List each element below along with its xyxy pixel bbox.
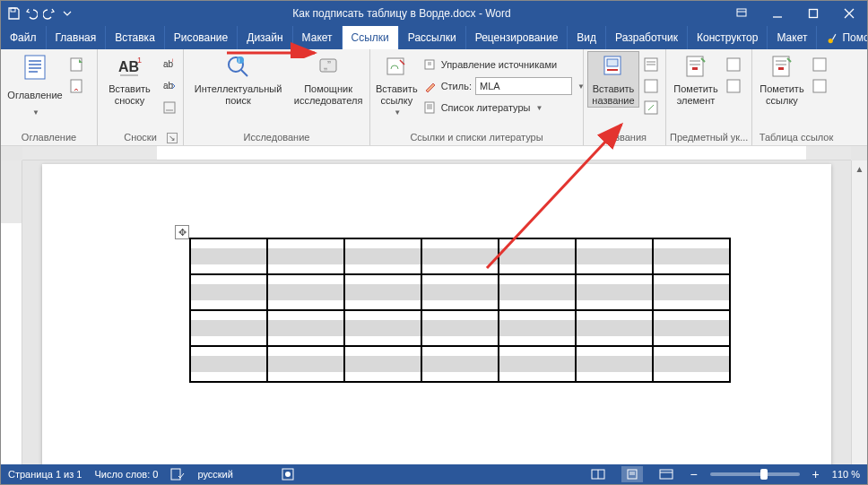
style-label: Стиль: [441, 81, 472, 91]
zoom-level[interactable]: 110 % [832, 469, 860, 480]
manage-sources-label: Управление источниками [441, 59, 557, 70]
save-icon[interactable] [6, 6, 21, 21]
view-read-mode[interactable] [587, 466, 609, 482]
tab-table-layout[interactable]: Макет [768, 26, 817, 49]
group-footnotes-label: Сноски [124, 132, 157, 143]
next-footnote-button[interactable]: ab [160, 76, 179, 96]
update-toa-button[interactable] [810, 76, 829, 96]
window-title: Как подписать таблицу в Ворде.docx - Wor… [80, 7, 724, 20]
svg-rect-29 [687, 56, 703, 76]
bibliography-button[interactable]: Список литературы ▼ [421, 98, 586, 117]
macro-record-icon[interactable] [282, 468, 294, 481]
svg-rect-2 [810, 10, 818, 18]
tab-table-design[interactable]: Конструктор [688, 26, 768, 49]
zoom-in-button[interactable]: + [812, 467, 820, 481]
insert-endnote-button[interactable]: abi [160, 55, 179, 74]
mark-citation-icon [768, 53, 796, 82]
zoom-slider[interactable] [710, 472, 800, 476]
svg-text:AB: AB [118, 59, 139, 74]
tab-mailings[interactable]: Рассылки [399, 26, 466, 49]
tab-insert[interactable]: Вставка [106, 26, 165, 49]
redo-icon[interactable] [42, 6, 56, 21]
vertical-scrollbar[interactable]: ▲ [851, 160, 867, 464]
tab-draw[interactable]: Рисование [165, 26, 238, 49]
document-page[interactable]: ✥ [42, 164, 831, 464]
undo-icon[interactable] [24, 6, 39, 21]
status-language[interactable]: русский [197, 469, 232, 480]
tab-home[interactable]: Главная [47, 26, 107, 49]
svg-point-41 [285, 472, 291, 477]
insert-footnote-label: Вставить сноску [103, 83, 156, 107]
insert-caption-button[interactable]: Вставить название [587, 51, 639, 108]
footnotes-dialog-launcher[interactable]: ↘ [167, 133, 178, 143]
table-row[interactable] [190, 274, 730, 310]
vertical-ruler[interactable] [1, 160, 22, 464]
group-toa: Пометить ссылку Таблица ссылок [752, 49, 840, 145]
style-dropdown[interactable]: MLA [475, 77, 572, 95]
add-text-button[interactable] [67, 55, 87, 74]
insert-toa-button[interactable] [810, 55, 829, 74]
mark-entry-button[interactable]: Пометить элемент [670, 51, 722, 107]
table-row[interactable] [190, 346, 730, 382]
insert-footnote-button[interactable]: AB1 Вставить сноску [101, 51, 158, 107]
insert-figure-table-button[interactable] [641, 55, 661, 74]
update-toc-button[interactable] [67, 76, 87, 96]
svg-rect-33 [773, 56, 789, 76]
insert-index-button[interactable] [724, 55, 743, 74]
show-notes-button[interactable] [160, 98, 179, 117]
svg-rect-36 [813, 80, 826, 92]
insert-citation-button[interactable]: Вставить ссылку ▼ [374, 51, 420, 117]
status-page[interactable]: Страница 1 из 1 [8, 469, 82, 480]
toc-button[interactable]: Оглавление ▼ [4, 51, 65, 117]
chevron-down-icon: ▼ [535, 104, 542, 112]
tell-me[interactable]: Помощн [826, 31, 868, 44]
view-web-layout[interactable] [655, 466, 677, 482]
ribbon: Оглавление ▼ Оглавление AB1 Вставить сно… [1, 49, 867, 146]
svg-rect-8 [71, 58, 82, 71]
toc-icon [21, 53, 49, 82]
tab-file[interactable]: Файл [1, 26, 47, 49]
tell-me-label: Помощн [842, 31, 868, 44]
status-word-count[interactable]: Число слов: 0 [94, 469, 158, 480]
manage-sources-icon [423, 57, 438, 72]
window-controls [724, 1, 867, 26]
cross-reference-button[interactable] [641, 98, 661, 117]
researcher-button[interactable]: „” Помощник исследователя [291, 51, 366, 107]
document-table[interactable] [189, 238, 731, 383]
zoom-out-button[interactable]: − [690, 467, 697, 481]
horizontal-ruler[interactable] [22, 146, 851, 160]
scroll-up-icon[interactable]: ▲ [852, 160, 867, 177]
update-index-button[interactable] [724, 76, 743, 96]
minimize-button[interactable] [760, 1, 795, 26]
mark-citation-button[interactable]: Пометить ссылку [756, 51, 808, 107]
close-button[interactable] [831, 1, 867, 26]
table-row[interactable] [190, 310, 730, 346]
view-print-layout[interactable] [621, 466, 643, 482]
svg-rect-23 [425, 102, 434, 113]
tab-references[interactable]: Ссылки [343, 26, 399, 49]
qat-customize-icon[interactable] [60, 6, 74, 21]
group-footnotes: AB1 Вставить сноску abi ab Сноски↘ [98, 49, 184, 145]
manage-sources-button[interactable]: Управление источниками [421, 55, 586, 74]
tab-view[interactable]: Вид [568, 26, 606, 49]
group-citations: Вставить ссылку ▼ Управление источниками… [370, 49, 584, 145]
status-bar: Страница 1 из 1 Число слов: 0 русский − … [1, 464, 867, 484]
smart-lookup-icon: i [224, 53, 253, 82]
smart-lookup-button[interactable]: i Интеллектуальный поиск [187, 51, 289, 107]
ribbon-tabs: Файл Главная Вставка Рисование Дизайн Ма… [1, 26, 867, 49]
tab-layout[interactable]: Макет [293, 26, 343, 49]
svg-rect-30 [692, 67, 698, 70]
maximize-button[interactable] [795, 1, 831, 26]
spellcheck-icon[interactable] [170, 468, 185, 481]
mark-entry-icon [681, 53, 710, 82]
group-toa-label: Таблица ссылок [756, 129, 837, 145]
tab-developer[interactable]: Разработчик [606, 26, 688, 49]
update-figure-table-button[interactable] [641, 76, 661, 96]
bibliography-icon [423, 100, 438, 115]
tab-design[interactable]: Дизайн [238, 26, 292, 49]
table-move-handle[interactable]: ✥ [175, 225, 189, 239]
citation-style[interactable]: Стиль: MLA ▼ [421, 76, 586, 96]
table-row[interactable] [190, 238, 730, 274]
tab-review[interactable]: Рецензирование [466, 26, 569, 49]
ribbon-options-icon[interactable] [724, 1, 760, 26]
